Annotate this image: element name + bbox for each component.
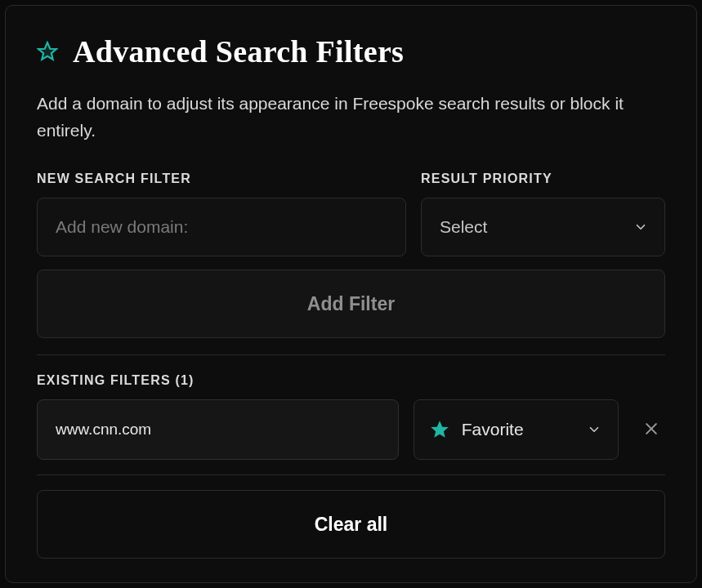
star-icon xyxy=(429,419,450,440)
existing-domain-text: www.cnn.com xyxy=(56,421,151,439)
filter-labels-row: NEW SEARCH FILTER RESULT PRIORITY xyxy=(37,172,665,186)
header-row: Advanced Search Filters xyxy=(37,33,665,69)
star-icon xyxy=(37,41,58,62)
add-filter-button[interactable]: Add Filter xyxy=(37,270,665,338)
priority-select[interactable]: Select xyxy=(421,198,665,256)
svg-marker-0 xyxy=(38,42,56,60)
new-filter-label: NEW SEARCH FILTER xyxy=(37,172,406,186)
existing-priority-select[interactable]: Favorite xyxy=(414,399,619,460)
clear-all-button[interactable]: Clear all xyxy=(37,490,665,559)
chevron-down-icon xyxy=(633,220,648,234)
divider xyxy=(37,474,665,475)
existing-filter-row: www.cnn.com Favorite xyxy=(37,399,665,460)
new-filter-inputs: Select xyxy=(37,198,665,256)
priority-select-value: Select xyxy=(440,217,487,237)
close-icon xyxy=(643,421,660,439)
page-title: Advanced Search Filters xyxy=(73,33,404,69)
divider xyxy=(37,354,665,355)
new-domain-input[interactable] xyxy=(37,198,406,256)
advanced-search-filters-card: Advanced Search Filters Add a domain to … xyxy=(5,5,697,583)
existing-priority-value: Favorite xyxy=(462,420,575,439)
page-subtitle: Add a domain to adjust its appearance in… xyxy=(37,91,665,144)
existing-filters-label: EXISTING FILTERS (1) xyxy=(37,373,665,388)
existing-domain-field[interactable]: www.cnn.com xyxy=(37,399,399,460)
svg-marker-1 xyxy=(431,421,449,438)
chevron-down-icon xyxy=(587,422,601,437)
result-priority-label: RESULT PRIORITY xyxy=(421,172,665,186)
remove-filter-button[interactable] xyxy=(638,416,665,443)
